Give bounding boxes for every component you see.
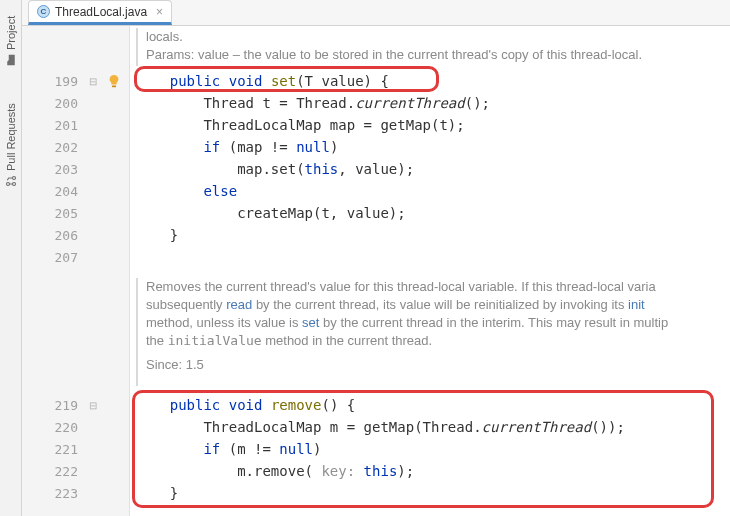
line-number: 220: [22, 420, 84, 435]
code-text: createMap(t, value);: [136, 205, 406, 221]
file-tab-threadlocal[interactable]: C ThreadLocal.java ×: [28, 0, 172, 25]
javadoc-block: locals. Params: value – the value to be …: [146, 28, 724, 66]
svg-point-0: [7, 182, 10, 185]
close-tab-icon[interactable]: ×: [156, 5, 163, 19]
line-number: 222: [22, 464, 84, 479]
tool-window-strip: Project Pull Requests: [0, 0, 22, 516]
line-number: 219: [22, 398, 84, 413]
code-text: }: [136, 227, 178, 243]
code-text: public void set(T value) {: [136, 73, 389, 89]
code-text: else: [136, 183, 237, 199]
javadoc-text: Removes the current thread's value for t…: [146, 279, 656, 294]
line-number: 207: [22, 250, 84, 265]
git-pull-icon: [5, 175, 17, 187]
line-number: 203: [22, 162, 84, 177]
java-class-icon: C: [37, 5, 50, 18]
line-number: 205: [22, 206, 84, 221]
code-text: ThreadLocalMap map = getMap(t);: [136, 117, 465, 133]
line-number: 202: [22, 140, 84, 155]
fold-toggle[interactable]: ⊟: [84, 400, 102, 411]
project-tool-label: Project: [5, 16, 17, 50]
code-text: }: [136, 485, 178, 501]
javadoc-link-init[interactable]: init: [628, 297, 645, 312]
gutter[interactable]: 199 ⊟ 200 201 202 203 204 205 206 207 21…: [22, 26, 130, 516]
project-tool-tab[interactable]: Project: [0, 6, 22, 76]
javadoc-block: Removes the current thread's value for t…: [146, 278, 724, 386]
line-number: 200: [22, 96, 84, 111]
editor-pane: 199 ⊟ 200 201 202 203 204 205 206 207 21…: [22, 26, 730, 516]
svg-rect-3: [112, 85, 116, 87]
svg-point-2: [13, 176, 16, 179]
line-number: 199: [22, 74, 84, 89]
svg-point-1: [13, 182, 16, 185]
intention-bulb-icon[interactable]: [102, 74, 126, 88]
line-number: 201: [22, 118, 84, 133]
fold-toggle[interactable]: ⊟: [84, 76, 102, 87]
line-number: 221: [22, 442, 84, 457]
folder-icon: [5, 54, 17, 66]
pull-requests-tool-label: Pull Requests: [5, 103, 17, 171]
javadoc-since: Since: 1.5: [146, 356, 724, 374]
code-text: public void remove() {: [136, 397, 355, 413]
javadoc-link-read[interactable]: read: [226, 297, 252, 312]
file-tab-label: ThreadLocal.java: [55, 5, 147, 19]
code-text: ThreadLocalMap m = getMap(Thread.current…: [136, 419, 625, 435]
code-text: Thread t = Thread.currentThread();: [136, 95, 490, 111]
code-text: if (map != null): [136, 139, 338, 155]
code-text: m.remove( key: this);: [136, 463, 414, 479]
javadoc-code-ref: initialValue: [168, 333, 262, 348]
code-text-area[interactable]: locals. Params: value – the value to be …: [130, 26, 730, 516]
javadoc-params-text: value – the value to be stored in the cu…: [194, 47, 642, 62]
javadoc-link-set[interactable]: set: [302, 315, 319, 330]
javadoc-params-label: Params:: [146, 47, 194, 62]
line-number: 206: [22, 228, 84, 243]
pull-requests-tool-tab[interactable]: Pull Requests: [0, 90, 22, 200]
editor-tabbar: C ThreadLocal.java ×: [22, 0, 730, 26]
code-text: if (m != null): [136, 441, 321, 457]
code-text: map.set(this, value);: [136, 161, 414, 177]
javadoc-text: locals.: [146, 28, 724, 46]
line-number: 204: [22, 184, 84, 199]
line-number: 223: [22, 486, 84, 501]
